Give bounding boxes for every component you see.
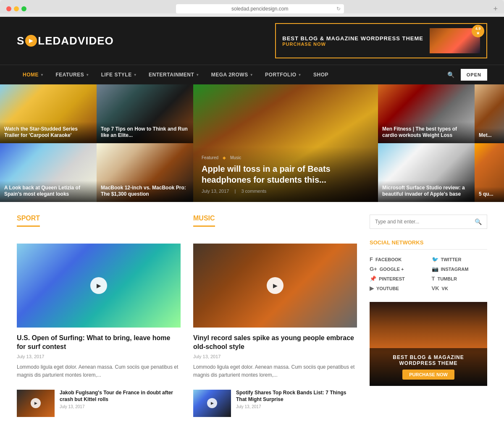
- googleplus-icon: G+: [370, 266, 377, 272]
- new-tab-button[interactable]: +: [493, 5, 498, 13]
- hero-item-microsoft[interactable]: Microsoft Surface Studio review: a beaut…: [378, 143, 475, 202]
- social-facebook[interactable]: f FACEBOOK: [370, 256, 425, 262]
- sport-main-article-title[interactable]: U.S. Open of Surfing: What to bring, lea…: [17, 334, 181, 351]
- close-window-button[interactable]: [6, 6, 11, 11]
- music-main-article-image[interactable]: ▶: [193, 244, 357, 328]
- hero-main-separator: |: [235, 189, 236, 194]
- small-play-button[interactable]: ▶: [207, 398, 217, 408]
- youtube-icon: ▶: [370, 285, 374, 291]
- social-networks-title: SOCIAL NETWORKS: [370, 239, 487, 250]
- social-youtube[interactable]: ▶ YOUTUBE: [370, 285, 425, 291]
- music-small-article-title[interactable]: Spotify Shares Top Rock Bands List: 7 Th…: [236, 390, 357, 403]
- small-play-button[interactable]: ▶: [31, 398, 41, 408]
- site-logo[interactable]: S ▶ LEDADVIDEO: [17, 34, 114, 47]
- nav-item-home[interactable]: HOME ▼: [17, 65, 50, 84]
- social-twitter[interactable]: 🐦 TWITTER: [432, 256, 488, 262]
- banner-image: 4.9★: [430, 28, 480, 53]
- sport-small-article-image[interactable]: ▶: [17, 390, 55, 417]
- hero-item-macbook[interactable]: MacBook 12-inch vs. MacBook Pro: The $1,…: [97, 143, 193, 202]
- hero-item-title: Microsoft Surface Studio review: a beaut…: [382, 185, 470, 198]
- play-button[interactable]: ▶: [90, 277, 107, 294]
- search-icon[interactable]: 🔍: [447, 71, 454, 78]
- hero-item-overlay: A Look back at Queen Letizia of Spain's …: [0, 181, 97, 202]
- hero-grid: Watch the Star-Studded Series Trailer fo…: [0, 84, 504, 202]
- hero-item-carpool[interactable]: Watch the Star-Studded Series Trailer fo…: [0, 84, 97, 143]
- social-vk-label: VK: [442, 286, 448, 291]
- social-vk[interactable]: Vk VK: [432, 285, 488, 291]
- social-instagram-label: INSTAGRAM: [441, 267, 469, 272]
- hero-item-overlay: Met...: [475, 128, 504, 143]
- search-input[interactable]: [375, 219, 475, 225]
- social-pinterest-label: PINTEREST: [379, 276, 405, 281]
- sport-main-article-excerpt: Lommodo ligula eget dolor. Aenean massa.…: [17, 363, 181, 379]
- hero-item-overlay: Men Fitness | The best types of cardio w…: [378, 122, 475, 143]
- hero-item-title: Watch the Star-Studded Series Trailer fo…: [4, 126, 92, 139]
- header-banner[interactable]: BEST BLOG & MAGAZINE WORDPRESS THEME PUR…: [275, 23, 487, 58]
- content-area: SPORT ▶ U.S. Open of Surfing: What to br…: [0, 202, 504, 430]
- vk-icon: Vk: [432, 285, 439, 291]
- chevron-down-icon: ▼: [40, 73, 44, 77]
- sidebar-banner-purchase-button[interactable]: PURCHASE NOW: [402, 370, 454, 380]
- hero-item-overlay: MacBook 12-inch vs. MacBook Pro: The $1,…: [97, 181, 193, 202]
- social-tumblr[interactable]: t TUMBLR: [432, 275, 488, 282]
- hero-item-partial-top[interactable]: Met...: [475, 84, 504, 143]
- nav-item-features[interactable]: FEATURES ▼: [50, 65, 95, 84]
- nav-item-mega2rows[interactable]: MEGA 2ROWS ▼: [205, 65, 259, 84]
- logo-text-rest: LEDADVIDEO: [38, 34, 113, 47]
- minimize-window-button[interactable]: [14, 6, 19, 11]
- open-button[interactable]: OPEN: [461, 69, 487, 81]
- address-bar[interactable]: soledad.pencidesign.com: [176, 4, 344, 13]
- music-small-article-content: Spotify Shares Top Rock Bands List: 7 Th…: [236, 390, 357, 417]
- play-button[interactable]: ▶: [267, 277, 284, 294]
- banner-title: BEST BLOG & MAGAZINE WORDPRESS THEME: [282, 35, 423, 42]
- browser-window-controls: [6, 6, 26, 11]
- social-pinterest[interactable]: 📌 PINTEREST: [370, 275, 425, 282]
- instagram-icon: 📷: [432, 266, 438, 272]
- browser-frame: soledad.pencidesign.com +: [0, 0, 504, 13]
- hero-item-fitness[interactable]: Men Fitness | The best types of cardio w…: [378, 84, 475, 143]
- social-grid: f FACEBOOK 🐦 TWITTER G+ GOOGLE + 📷 INSTA…: [370, 256, 487, 291]
- social-instagram[interactable]: 📷 INSTAGRAM: [432, 266, 488, 272]
- hero-item-title: MacBook 12-inch vs. MacBook Pro: The $1,…: [101, 185, 189, 198]
- maximize-window-button[interactable]: [21, 6, 26, 11]
- hero-item-partial-bottom[interactable]: 5 qu...: [475, 143, 504, 202]
- music-small-article-date: July 13, 2017: [236, 404, 357, 409]
- hero-item-title: 5 qu...: [479, 191, 500, 198]
- music-main-article-excerpt: Lommodo ligula eget dolor. Aenean massa.…: [193, 363, 357, 379]
- site-header: S ▶ LEDADVIDEO BEST BLOG & MAGAZINE WORD…: [0, 17, 504, 65]
- social-googleplus[interactable]: G+ GOOGLE +: [370, 266, 425, 272]
- sport-section-title: SPORT: [17, 215, 40, 227]
- sport-main-article-image[interactable]: ▶: [17, 244, 181, 328]
- hero-item-title: Met...: [479, 132, 500, 139]
- hero-main-meta: July 13, 2017 | 3 comments: [202, 189, 370, 194]
- music-main-article-title[interactable]: Vinyl record sales spike as young people…: [193, 334, 357, 351]
- music-small-article-image[interactable]: ▶: [193, 390, 231, 417]
- sport-small-article-content: Jakob Fuglsang's Tour de France in doubt…: [60, 390, 181, 417]
- sidebar-banner: BEST BLOG & MAGAZINE WORDPRESS THEME PUR…: [370, 302, 487, 386]
- hero-main-item[interactable]: Featured ◆ Music Apple will toss in a pa…: [193, 84, 378, 202]
- hero-main-overlay: Featured ◆ Music Apple will toss in a pa…: [193, 147, 378, 202]
- hero-item-running[interactable]: Top 7 Tips on How to Think and Run like …: [97, 84, 193, 143]
- nav-item-lifestyle[interactable]: LIFE STYLE ▼: [95, 65, 143, 84]
- music-section-header: MUSIC: [193, 215, 357, 235]
- music-column: MUSIC ▶ Vinyl record sales spike as youn…: [193, 215, 370, 425]
- sport-main-article-date: July 13, 2017: [17, 354, 181, 359]
- sport-small-article-title[interactable]: Jakob Fuglsang's Tour de France in doubt…: [60, 390, 181, 403]
- sport-section-header: SPORT: [17, 215, 181, 235]
- hero-item-queen[interactable]: A Look back at Queen Letizia of Spain's …: [0, 143, 97, 202]
- hero-item-overlay: Microsoft Surface Studio review: a beaut…: [378, 181, 475, 202]
- social-facebook-label: FACEBOOK: [375, 257, 402, 262]
- nav-item-entertainment[interactable]: ENTERTAINMENT ▼: [143, 65, 205, 84]
- chevron-down-icon: ▼: [134, 73, 137, 77]
- hero-category-dot: ◆: [223, 155, 226, 160]
- nav-item-shop[interactable]: SHOP: [307, 65, 334, 84]
- sport-small-article: ▶ Jakob Fuglsang's Tour de France in dou…: [17, 390, 181, 417]
- banner-text: BEST BLOG & MAGAZINE WORDPRESS THEME PUR…: [282, 35, 423, 47]
- nav-item-portfolio[interactable]: PORTFOLIO ▼: [259, 65, 307, 84]
- chevron-down-icon: ▼: [196, 73, 199, 77]
- search-icon[interactable]: 🔍: [475, 218, 482, 225]
- chevron-down-icon: ▼: [298, 73, 302, 77]
- browser-tabs-bar: soledad.pencidesign.com +: [6, 4, 498, 13]
- banner-subtitle[interactable]: PURCHASE NOW: [282, 42, 423, 47]
- hero-main-comments: 3 comments: [241, 189, 266, 194]
